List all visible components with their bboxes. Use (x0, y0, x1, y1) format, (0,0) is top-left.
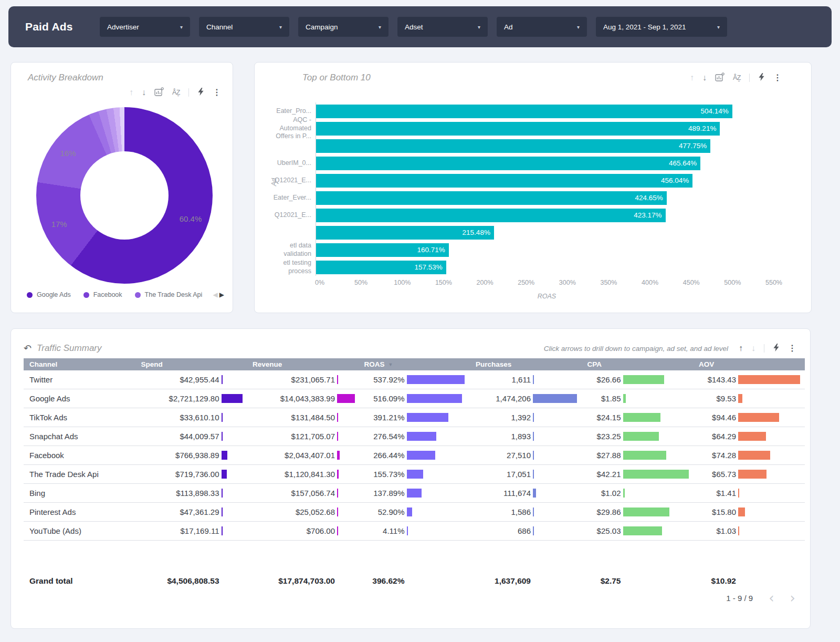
bar[interactable]: 160.71% (316, 243, 449, 257)
chart-settings-icon[interactable] (154, 87, 164, 98)
table-header-cell-revenue[interactable]: Revenue (247, 360, 359, 368)
bar[interactable]: 456.04% (316, 174, 692, 188)
chevron-down-icon: ▾ (180, 24, 183, 30)
bar[interactable]: 424.65% (316, 191, 667, 205)
activity-breakdown-card: Activity Breakdown ↑ ↓ ÂZ̬ ⋮ 60.4%17%16%… (10, 62, 233, 313)
bar-track: 215.48% (316, 224, 799, 241)
cell-value: 111,674 (470, 489, 531, 498)
table-row[interactable]: Facebook$766,938.89$2,043,407.01266.44%2… (24, 446, 805, 465)
cell-bar (337, 470, 339, 479)
lightning-icon[interactable] (758, 73, 765, 82)
donut-chart[interactable]: 60.4%17%16% (36, 107, 213, 284)
cell-bar-track (335, 375, 359, 384)
cell-cpa: $23.25 (582, 432, 694, 441)
table-row[interactable]: Snapchat Ads$44,009.57$121,705.07276.54%… (24, 427, 805, 446)
down-arrow-icon[interactable]: ↓ (142, 88, 146, 97)
legend-prev-icon[interactable]: ◀ (213, 291, 218, 298)
legend-item[interactable]: Google Ads (27, 291, 71, 298)
table-header-cell-spend[interactable]: Spend (135, 360, 247, 368)
legend-pager: ◀ ▶ (213, 291, 224, 298)
legend-item[interactable]: The Trade Desk Api (135, 291, 203, 298)
lightning-icon[interactable] (197, 88, 204, 97)
cell-bar-track (621, 470, 694, 479)
table-row[interactable]: Pinterest Ads$47,361.29$25,052.6852.90%1… (24, 503, 805, 522)
down-arrow-icon[interactable]: ↓ (751, 344, 755, 353)
bar-value-label: 157.53% (414, 263, 442, 271)
cell-bar (738, 508, 745, 516)
table-row[interactable]: Twitter$42,955.44$231,065.71537.92%1,611… (24, 370, 805, 389)
cell-bar-track (405, 394, 470, 403)
cell-bar-track (736, 508, 805, 516)
up-arrow-icon[interactable]: ↑ (690, 74, 694, 82)
bar[interactable]: 215.48% (316, 226, 494, 240)
cell-cpa: $26.66 (582, 375, 694, 384)
cell-cpa: $1.85 (582, 394, 694, 403)
table-header-cell-aov[interactable]: AOV (693, 360, 805, 368)
cell-value: $131,484.50 (247, 413, 335, 422)
filter-advertiser[interactable]: Advertiser▾ (100, 17, 190, 37)
bar[interactable]: 477.75% (316, 139, 710, 153)
chart-settings-icon[interactable] (715, 73, 724, 83)
filter-campaign[interactable]: Campaign▾ (298, 17, 388, 37)
cell-bar-track (736, 526, 805, 535)
legend-dot-icon (135, 292, 141, 298)
cell-bar-track (219, 375, 247, 384)
cell-bar (222, 508, 223, 516)
bar[interactable]: 465.64% (316, 157, 700, 170)
legend-item[interactable]: Facebook (83, 291, 122, 298)
bar[interactable]: 157.53% (316, 261, 446, 274)
table-header-cell-roas[interactable]: ROAS▼ (359, 360, 470, 368)
sort-az-icon[interactable]: ÂZ̬ (733, 75, 741, 81)
legend-dot-icon (83, 292, 89, 298)
down-arrow-icon[interactable]: ↓ (702, 74, 707, 82)
cell-spend: $42,955.44 (135, 375, 247, 384)
cell-revenue: $157,056.74 (247, 489, 359, 498)
cell-value: $44,009.57 (135, 432, 219, 441)
bar[interactable]: 423.17% (316, 209, 666, 222)
cell-bar-track (621, 489, 694, 498)
table-row[interactable]: TikTok Ads$33,610.10$131,484.50391.21%1,… (24, 408, 805, 427)
kebab-menu-icon[interactable]: ⋮ (213, 88, 221, 97)
cell-bar-track (621, 413, 694, 422)
undo-icon[interactable]: ↶ (24, 343, 32, 354)
filter-ad[interactable]: Ad▾ (497, 17, 587, 37)
bar[interactable]: 504.14% (316, 105, 732, 118)
cell-cpa: $1.02 (582, 489, 694, 498)
legend-next-icon[interactable]: ▶ (219, 291, 224, 298)
table-row[interactable]: Bing$113,898.33$157,056.74137.89%111,674… (24, 484, 805, 503)
table-row[interactable]: The Trade Desk Api$719,736.00$1,120,841.… (24, 465, 805, 484)
cell-bar (738, 394, 742, 403)
cell-channel: Google Ads (24, 394, 135, 403)
cell-value: 391.21% (359, 413, 405, 422)
bar[interactable]: 489.21% (316, 122, 720, 136)
tick-label: 100% (394, 279, 411, 286)
bar-value-label: 465.64% (669, 159, 697, 167)
sort-az-icon[interactable]: ÂZ̬ (172, 89, 180, 96)
up-arrow-icon[interactable]: ↑ (739, 344, 743, 353)
page-prev-icon[interactable]: ‹ (769, 591, 774, 605)
table-header-cell-cpa[interactable]: CPA (582, 360, 694, 368)
table-header-cell-purchases[interactable]: Purchases (470, 360, 582, 368)
cell-bar (407, 526, 408, 535)
bar-row: Eater_Ever...424.65% (269, 189, 799, 206)
cell-revenue: $2,043,407.01 (247, 451, 359, 460)
cell-bar-track (621, 526, 694, 535)
kebab-menu-icon[interactable]: ⋮ (788, 344, 796, 353)
bar-value-label: 423.17% (634, 211, 662, 219)
page-next-icon[interactable]: › (790, 591, 795, 605)
bar-value-label: 489.21% (688, 125, 716, 132)
up-arrow-icon[interactable]: ↑ (129, 88, 133, 97)
table-row[interactable]: Google Ads$2,721,129.80$14,043,383.99516… (24, 389, 805, 408)
lightning-icon[interactable] (773, 344, 780, 353)
cell-bar (623, 413, 661, 422)
filter-date-range[interactable]: Aug 1, 2021 - Sep 1, 2021 ▾ (596, 17, 727, 37)
cell-roas: 4.11% (359, 526, 470, 535)
filter-adset[interactable]: Adset▾ (397, 17, 488, 37)
table-header-cell-channel[interactable]: Channel (24, 360, 135, 368)
filter-channel[interactable]: Channel▾ (199, 17, 289, 37)
cell-bar (623, 489, 625, 498)
cell-value: $26.66 (582, 375, 621, 384)
table-row[interactable]: YouTube (Ads)$17,169.11$706.004.11%686$2… (24, 522, 805, 541)
kebab-menu-icon[interactable]: ⋮ (773, 74, 782, 82)
cell-bar (407, 413, 449, 422)
